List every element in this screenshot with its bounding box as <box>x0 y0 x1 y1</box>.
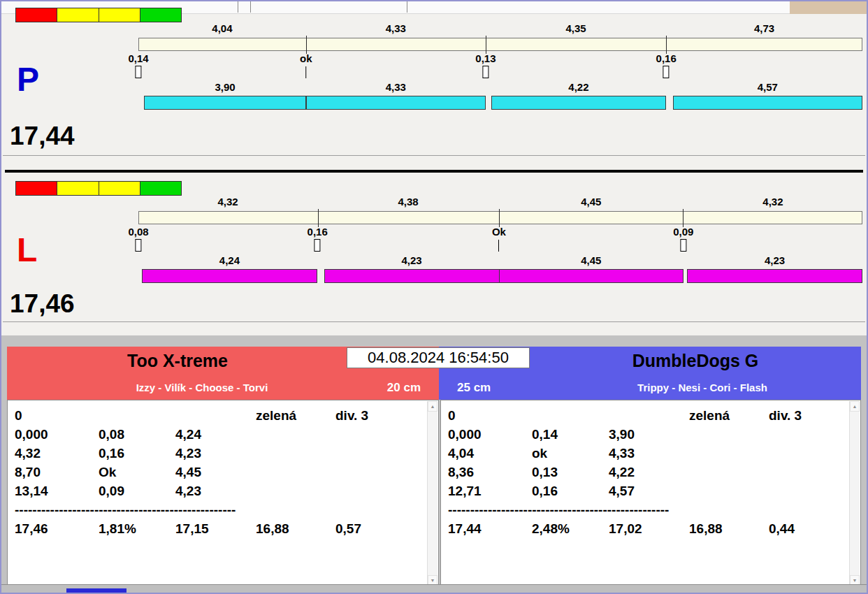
table-cell: 0,08 <box>99 427 175 442</box>
lane-total-time: 17,46 <box>10 291 75 317</box>
table-cell: Ok <box>99 465 175 480</box>
lane-chart: 4,324,384,454,32 0,080,16Ok0,09 4,244,23… <box>138 196 862 287</box>
dog-time-label: 4,23 <box>324 254 500 266</box>
top-strip-mark <box>250 1 251 13</box>
team-name: DumbleDogs G <box>530 351 861 371</box>
traffic-light <box>15 8 182 22</box>
table-row: 12,710,164,57 <box>448 481 846 500</box>
table-cell: 4,23 <box>175 446 256 461</box>
table-cell: ok <box>532 446 609 461</box>
changeover-label: 0,08 <box>128 226 148 238</box>
dog-run-segment <box>144 96 306 110</box>
changeover: ok <box>300 52 312 78</box>
dog-time-label: 4,24 <box>142 254 317 266</box>
table-row: 8,360,134,22 <box>448 463 846 481</box>
dog-bar <box>138 269 862 283</box>
changeover-label: 0,16 <box>308 226 328 238</box>
dog-run-segment <box>687 269 862 283</box>
changeover-marker <box>680 239 686 252</box>
traffic-light-cell <box>99 8 140 22</box>
split-time-label: 4,35 <box>486 22 666 34</box>
vertical-scrollbar[interactable]: ▲ ▼ <box>849 401 860 586</box>
table-cell: zelená <box>689 408 769 423</box>
table-row: 17,461,81%17,1516,880,57 <box>15 519 424 538</box>
table-cell: 3,90 <box>609 427 689 442</box>
dog-labels: 3,904,334,224,57 <box>138 81 862 94</box>
table-cell: 0,13 <box>532 465 609 480</box>
split-labels: 4,324,384,454,32 <box>138 196 862 208</box>
traffic-light-cell <box>99 182 140 195</box>
traffic-light-cell <box>57 8 98 22</box>
changeover-marker <box>482 66 489 78</box>
separator-dashes: ----------------------------------------… <box>15 500 424 519</box>
changeover: Ok <box>492 226 506 252</box>
table-cell: div. 3 <box>335 408 424 423</box>
table-cell: 4,57 <box>609 484 689 499</box>
table-row: 4,04ok4,33 <box>448 444 846 463</box>
table-cell: 0,14 <box>532 427 609 442</box>
scroll-up-button[interactable]: ▲ <box>850 401 860 412</box>
table-cell: div. 3 <box>769 408 846 423</box>
team-dogs-line: Izzy - Vilík - Choose - Torvi <box>7 382 397 393</box>
table-cell: 4,23 <box>175 484 256 499</box>
table-cell: 16,88 <box>689 521 769 537</box>
changeover-label: Ok <box>492 226 506 238</box>
traffic-light-cell <box>140 182 181 195</box>
table-cell: 0,16 <box>532 484 609 499</box>
table-row: 0zelenádiv. 3 <box>448 406 846 425</box>
split-tick <box>499 209 500 227</box>
lane-letter: P <box>17 63 39 96</box>
split-time-label: 4,32 <box>683 196 862 208</box>
dog-run-segment <box>673 96 862 110</box>
result-table-left: 0zelenádiv. 30,0000,084,244,320,164,238,… <box>7 400 439 587</box>
top-strip-mark <box>407 1 407 13</box>
result-tables: 0zelenádiv. 30,0000,084,244,320,164,238,… <box>7 400 861 587</box>
jump-height-label: 20 cm <box>387 381 421 395</box>
table-cell: 0,57 <box>335 521 424 537</box>
table-cell: 0 <box>448 408 532 423</box>
table-cell: 2,48% <box>532 521 609 537</box>
team-name: Too X-treme <box>7 351 348 371</box>
datetime-display: 04.08.2024 16:54:50 <box>347 347 530 368</box>
dog-labels: 4,244,234,454,23 <box>138 254 862 267</box>
vertical-scrollbar[interactable]: ▲ ▼ <box>427 401 437 586</box>
split-time-label: 4,73 <box>666 22 862 34</box>
table-cell: 1,81% <box>99 521 175 537</box>
dog-time-label: 4,57 <box>673 81 862 93</box>
traffic-light-cell <box>16 182 57 195</box>
table-cell: 17,44 <box>448 521 532 537</box>
changeover-marker <box>314 239 321 252</box>
split-labels: 4,044,334,354,73 <box>138 22 862 35</box>
jump-height-label: 25 cm <box>457 381 491 395</box>
changeover: 0,14 <box>128 52 148 78</box>
dog-time-label: 4,23 <box>687 254 862 266</box>
table-cell: 0,09 <box>99 484 175 499</box>
changeover: 0,16 <box>656 52 677 78</box>
table-cell: 0,000 <box>448 427 532 442</box>
split-tick <box>666 36 667 54</box>
team-dogs-line: Trippy - Nesi - Cori - Flash <box>544 382 861 393</box>
table-content: 0zelenádiv. 30,0000,084,244,320,164,238,… <box>15 406 424 585</box>
split-time-label: 4,38 <box>317 196 499 208</box>
changeover: 0,09 <box>673 226 693 252</box>
scroll-up-button[interactable]: ▲ <box>428 401 437 412</box>
table-cell: 0 <box>15 408 99 423</box>
changeover-row: 0,080,16Ok0,09 <box>138 226 862 254</box>
traffic-light-cell <box>140 8 181 22</box>
table-cell: 4,32 <box>15 446 99 461</box>
table-cell: 4,33 <box>609 446 689 461</box>
dog-run-segment <box>306 96 486 110</box>
table-cell: 0,16 <box>99 446 175 461</box>
separator-line <box>3 321 865 322</box>
app-window: P 4,044,334,354,73 0,14ok0,130,16 3,904,… <box>0 0 868 594</box>
table-row: 17,442,48%17,0216,880,44 <box>448 519 846 538</box>
changeover: 0,16 <box>308 226 328 252</box>
dog-time-label: 4,33 <box>306 81 486 93</box>
dog-run-segment <box>142 269 317 283</box>
dog-run-segment <box>491 96 667 110</box>
changeover-marker <box>135 239 141 252</box>
table-cell: 17,46 <box>15 521 99 537</box>
table-row: 0zelenádiv. 3 <box>15 406 424 425</box>
separator-dashes: ----------------------------------------… <box>448 500 846 519</box>
table-row: 13,140,094,23 <box>15 481 424 500</box>
